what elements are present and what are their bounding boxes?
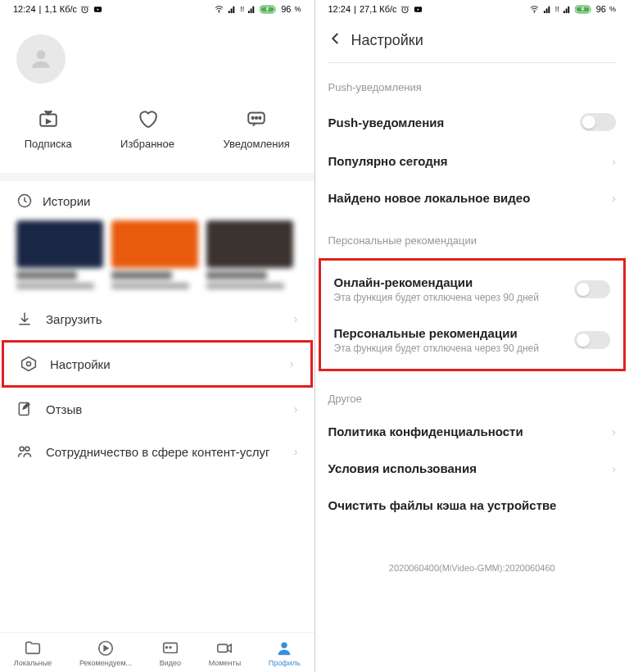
svg-point-8 <box>252 117 254 119</box>
clear-cache-row[interactable]: Очистить файлы кэша на устройстве <box>315 487 630 524</box>
push-row[interactable]: Push-уведомления <box>315 102 630 143</box>
settings-icon <box>20 356 37 372</box>
signal-icon <box>563 5 572 14</box>
histories-header[interactable]: Истории <box>0 181 314 220</box>
chevron-right-icon: › <box>612 155 616 168</box>
history-item[interactable] <box>206 220 293 289</box>
terms-row[interactable]: Условия использования › <box>315 450 630 487</box>
status-bar: 12:24 | 1,1 Кб/с !! 96% <box>0 0 314 18</box>
feedback-icon <box>16 401 33 417</box>
nav-recommend[interactable]: Рекомендуем... <box>79 639 132 667</box>
online-rec-toggle[interactable] <box>574 280 610 298</box>
histories-thumbnails <box>0 220 314 297</box>
svg-point-18 <box>165 647 167 648</box>
svg-point-10 <box>259 117 260 119</box>
tv-icon <box>161 639 179 657</box>
wifi-icon <box>214 5 224 14</box>
status-battery: 96 <box>281 4 291 14</box>
nav-local[interactable]: Локальные <box>14 639 52 667</box>
notifications-button[interactable]: Уведомления <box>223 108 289 150</box>
favorites-button[interactable]: Избранное <box>120 108 174 150</box>
signal-icon <box>228 5 237 14</box>
status-speed: 1,1 Кб/с <box>44 4 77 14</box>
svg-point-12 <box>27 362 31 366</box>
chevron-right-icon: › <box>612 462 616 475</box>
svg-rect-20 <box>218 644 228 652</box>
svg-point-5 <box>37 50 46 59</box>
back-button[interactable] <box>328 30 343 51</box>
chevron-right-icon: › <box>612 192 616 205</box>
play-circle-icon <box>97 639 115 657</box>
svg-point-14 <box>20 447 24 451</box>
popular-row[interactable]: Популярно сегодня › <box>315 143 630 179</box>
avatar[interactable] <box>16 34 66 84</box>
personal-rec-row[interactable]: Персональные рекомендации Эта функция бу… <box>321 315 624 366</box>
history-item[interactable] <box>16 220 103 289</box>
push-toggle[interactable] <box>580 113 616 131</box>
new-local-video-row[interactable]: Найдено новое локальное видео › <box>315 179 630 216</box>
signal-icon <box>247 5 256 14</box>
clock-icon <box>16 193 33 209</box>
chevron-left-icon <box>328 31 343 46</box>
profile-screen: 12:24 | 1,1 Кб/с !! 96% Подписка Избранн… <box>0 0 314 672</box>
battery-icon <box>260 5 278 14</box>
section-other: Другое <box>315 375 630 413</box>
svg-point-21 <box>282 642 287 648</box>
people-icon <box>16 443 33 460</box>
alarm-icon <box>400 5 410 14</box>
wifi-icon <box>529 5 540 14</box>
battery-icon <box>575 5 593 14</box>
chevron-right-icon: › <box>294 312 298 325</box>
svg-point-2 <box>219 11 219 12</box>
section-push: Push-уведомления <box>315 63 630 102</box>
page-title: Настройки <box>351 32 423 49</box>
personal-rec-toggle[interactable] <box>574 331 610 349</box>
svg-point-24 <box>534 11 535 12</box>
signal-icon <box>543 5 552 14</box>
tv-icon <box>38 108 59 129</box>
privacy-row[interactable]: Политика конфиденциальности › <box>315 413 630 450</box>
person-icon <box>275 639 293 657</box>
message-icon <box>246 108 267 129</box>
download-menu-item[interactable]: Загрузить › <box>0 297 314 340</box>
chevron-right-icon: › <box>290 357 294 370</box>
settings-menu-item[interactable]: Настройки › <box>4 343 310 385</box>
settings-screen: 12:24 | 27,1 Кб/с !! 96% Настройки Push-… <box>315 0 630 672</box>
youtube-icon <box>413 5 423 14</box>
status-bar: 12:24 | 27,1 Кб/с !! 96% <box>315 0 630 18</box>
chevron-right-icon: › <box>294 445 298 458</box>
status-time: 12:24 <box>13 4 36 14</box>
version-label: 2020060400(MiVideo-GMM):2020060460 <box>315 556 630 579</box>
chevron-right-icon: › <box>612 425 616 438</box>
bottom-nav: Локальные Рекомендуем... Видео Моменты П… <box>0 632 314 672</box>
chevron-right-icon: › <box>294 402 298 415</box>
subscription-button[interactable]: Подписка <box>25 108 72 150</box>
folder-icon <box>24 639 42 657</box>
online-rec-row[interactable]: Онлайн-рекомендации Эта функция будет от… <box>321 264 624 315</box>
heart-icon <box>137 108 158 129</box>
download-icon <box>16 311 33 327</box>
youtube-icon <box>93 5 103 14</box>
nav-moments[interactable]: Моменты <box>209 639 241 667</box>
section-rec: Персональные рекомендации <box>315 216 630 255</box>
svg-point-9 <box>256 117 257 119</box>
camera-icon <box>215 639 233 657</box>
profile-header <box>0 18 314 100</box>
svg-point-19 <box>170 647 171 648</box>
collab-menu-item[interactable]: Сотрудничество в сфере контент-услуг › <box>0 430 314 473</box>
history-item[interactable] <box>111 220 198 289</box>
nav-video[interactable]: Видео <box>160 639 181 667</box>
feedback-menu-item[interactable]: Отзыв › <box>0 388 314 430</box>
nav-profile[interactable]: Профиль <box>269 639 301 667</box>
alarm-icon <box>80 5 89 14</box>
svg-point-15 <box>25 447 29 451</box>
